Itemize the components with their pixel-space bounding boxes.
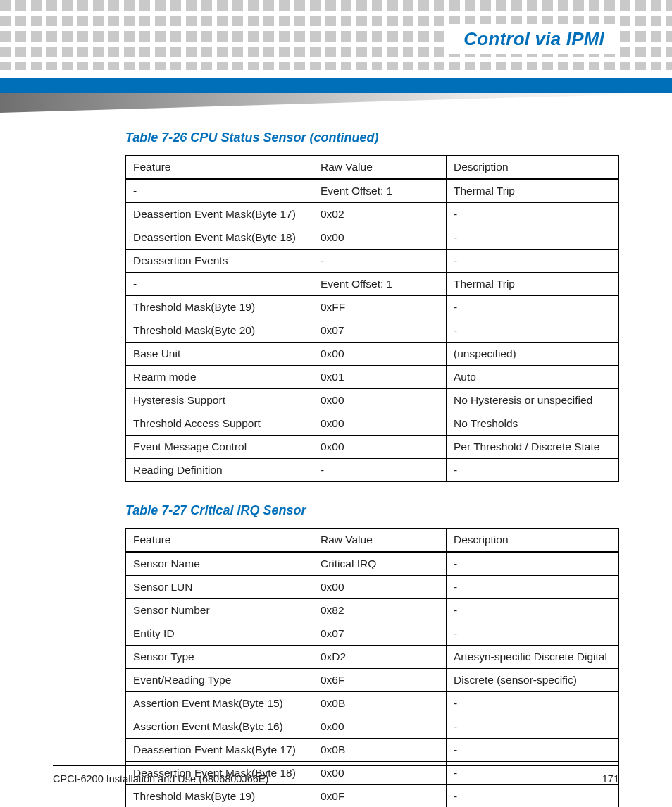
table1-col1: Raw Value: [313, 156, 447, 180]
table1-cell: -: [447, 296, 619, 319]
table2-cell: Discrete (sensor-specific): [447, 669, 619, 692]
table2-cell: Artesyn-specific Discrete Digital: [447, 646, 619, 669]
table2-cell: Assertion Event Mask(Byte 16): [126, 715, 313, 739]
table1-cell: -: [447, 319, 619, 343]
table2-cell: Sensor Name: [126, 552, 313, 576]
table1-cell: Event Message Control: [126, 436, 313, 459]
table-row: -Event Offset: 1Thermal Trip: [126, 273, 619, 296]
table2-cell: Threshold Mask(Byte 19): [126, 785, 313, 808]
table-row: Event Message Control0x00Per Threshold /…: [126, 436, 619, 459]
table1-cell: 0xFF: [313, 296, 447, 319]
table2-cell: 0x6F: [313, 669, 447, 692]
table1-cell: Thermal Trip: [447, 273, 619, 296]
page-header-title: Control via IPMI: [449, 24, 616, 54]
table1-cell: Deassertion Event Mask(Byte 18): [126, 226, 313, 250]
table2-cell: Sensor LUN: [126, 576, 313, 599]
table1-cell: (unspecified): [447, 343, 619, 366]
header-wedge: [0, 93, 672, 113]
table2-cell: Sensor Number: [126, 599, 313, 622]
table1-cell: -: [126, 273, 313, 296]
table-row: Threshold Mask(Byte 19)0x0F-: [126, 785, 619, 808]
table-row: Reading Definition--: [126, 459, 619, 482]
table-row: Assertion Event Mask(Byte 15)0x0B-: [126, 692, 619, 715]
table2-cell: Critical IRQ: [313, 552, 447, 576]
table-row: Entity ID0x07-: [126, 622, 619, 646]
table1-cell: -: [447, 459, 619, 482]
table2-cell: Deassertion Event Mask(Byte 17): [126, 739, 313, 762]
table1-cell: No Tresholds: [447, 412, 619, 436]
table-row: Base Unit0x00(unspecified): [126, 343, 619, 366]
table1-cell: No Hysteresis or unspecified: [447, 389, 619, 412]
table-row: Hysteresis Support0x00No Hysteresis or u…: [126, 389, 619, 412]
table-row: Assertion Event Mask(Byte 16)0x00-: [126, 715, 619, 739]
table1-cell: Reading Definition: [126, 459, 313, 482]
table1-cell: Rearm mode: [126, 366, 313, 389]
table1-cell: 0x00: [313, 343, 447, 366]
table2-cell: -: [447, 552, 619, 576]
table1: Feature Raw Value Description -Event Off…: [125, 155, 619, 482]
footer-page-number: 171: [602, 773, 619, 784]
table1-cell: Thermal Trip: [447, 179, 619, 203]
table1-cell: Hysteresis Support: [126, 389, 313, 412]
table2-cell: -: [447, 576, 619, 599]
table2-cell: 0x0B: [313, 739, 447, 762]
table2-cell: 0x00: [313, 576, 447, 599]
table2-cell: 0xD2: [313, 646, 447, 669]
table2-col1: Raw Value: [313, 529, 447, 553]
table2-cell: 0x07: [313, 622, 447, 646]
table2-cell: 0x0B: [313, 692, 447, 715]
table1-cell: 0x07: [313, 319, 447, 343]
table-row: Sensor Number0x82-: [126, 599, 619, 622]
table1-cell: Threshold Access Support: [126, 412, 313, 436]
table1-cell: -: [313, 459, 447, 482]
table2-caption: Table 7-27 Critical IRQ Sensor: [125, 503, 619, 518]
table1-cell: Event Offset: 1: [313, 179, 447, 203]
table1-cell: -: [126, 179, 313, 203]
table1-cell: Auto: [447, 366, 619, 389]
table2-cell: 0x82: [313, 599, 447, 622]
table1-col0: Feature: [126, 156, 313, 180]
table-row: -Event Offset: 1Thermal Trip: [126, 179, 619, 203]
table1-cell: Deassertion Events: [126, 250, 313, 273]
table1-caption: Table 7-26 CPU Status Sensor (continued): [125, 130, 619, 145]
table2-cell: -: [447, 599, 619, 622]
table2-cell: -: [447, 622, 619, 646]
table2-cell: 0x0F: [313, 785, 447, 808]
table1-cell: Base Unit: [126, 343, 313, 366]
table2-col0: Feature: [126, 529, 313, 553]
table2-cell: -: [447, 692, 619, 715]
table-row: Sensor NameCritical IRQ-: [126, 552, 619, 576]
table-row: Event/Reading Type0x6FDiscrete (sensor-s…: [126, 669, 619, 692]
table-row: Deassertion Event Mask(Byte 17)0x02-: [126, 203, 619, 226]
table-row: Threshold Access Support0x00No Tresholds: [126, 412, 619, 436]
footer-doc-title: CPCI-6200 Installation and Use (6806800J…: [53, 773, 268, 784]
table2-col2: Description: [447, 529, 619, 553]
table-row: Threshold Mask(Byte 19)0xFF-: [126, 296, 619, 319]
table1-cell: Threshold Mask(Byte 19): [126, 296, 313, 319]
table1-cell: 0x00: [313, 436, 447, 459]
table-row: Sensor Type0xD2Artesyn-specific Discrete…: [126, 646, 619, 669]
table-row: Deassertion Event Mask(Byte 17)0x0B-: [126, 739, 619, 762]
table1-cell: 0x01: [313, 366, 447, 389]
table2-cell: -: [447, 739, 619, 762]
table1-cell: Threshold Mask(Byte 20): [126, 319, 313, 343]
table1-cell: Event Offset: 1: [313, 273, 447, 296]
table-row: Threshold Mask(Byte 20)0x07-: [126, 319, 619, 343]
table2-cell: 0x00: [313, 715, 447, 739]
table2-cell: Assertion Event Mask(Byte 15): [126, 692, 313, 715]
table2-cell: Event/Reading Type: [126, 669, 313, 692]
table2-cell: Entity ID: [126, 622, 313, 646]
table1-cell: Per Threshold / Discrete State: [447, 436, 619, 459]
table2-cell: -: [447, 785, 619, 808]
table2-cell: -: [447, 715, 619, 739]
table1-cell: 0x00: [313, 226, 447, 250]
table1-cell: 0x00: [313, 412, 447, 436]
header-blue-bar: [0, 78, 672, 93]
table-row: Rearm mode0x01Auto: [126, 366, 619, 389]
table1-cell: -: [447, 226, 619, 250]
table-row: Deassertion Event Mask(Byte 18)0x00-: [126, 226, 619, 250]
table1-cell: -: [313, 250, 447, 273]
table-row: Deassertion Events--: [126, 250, 619, 273]
table1-cell: -: [447, 203, 619, 226]
table1-cell: -: [447, 250, 619, 273]
